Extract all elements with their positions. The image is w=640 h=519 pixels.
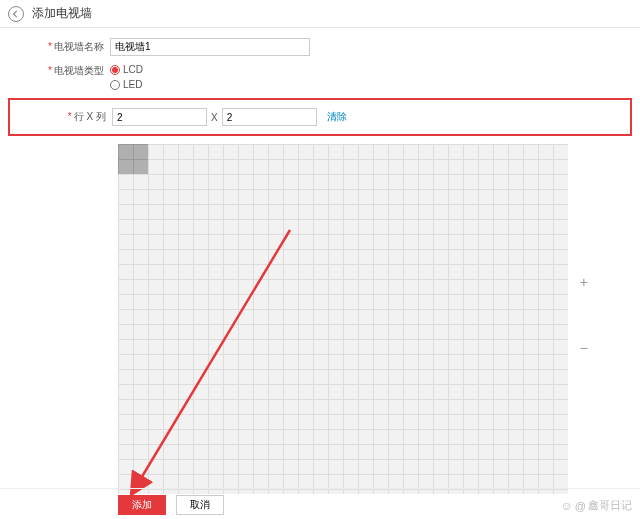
- clear-link[interactable]: 清除: [327, 110, 347, 124]
- zoom-out-icon[interactable]: −: [580, 340, 588, 356]
- x-separator: X: [211, 112, 218, 123]
- name-label: 电视墙名称: [40, 40, 110, 54]
- type-label: 电视墙类型: [40, 64, 110, 78]
- watermark-icon: ☺: [561, 499, 573, 513]
- grid-size-row: 行 X 列 X 清除: [8, 98, 632, 136]
- radio-led[interactable]: LED: [110, 79, 143, 90]
- radio-lcd[interactable]: LCD: [110, 64, 143, 75]
- add-button[interactable]: 添加: [118, 495, 166, 515]
- cancel-button[interactable]: 取消: [176, 495, 224, 515]
- radio-lcd-input[interactable]: [110, 65, 120, 75]
- zoom-in-icon[interactable]: +: [580, 274, 588, 290]
- rows-input[interactable]: [112, 108, 207, 126]
- watermark-text: 鑫哥日记: [588, 498, 632, 513]
- page-title: 添加电视墙: [32, 5, 92, 22]
- watermark: ☺ @鑫哥日记: [561, 498, 632, 513]
- grid-selected-block[interactable]: [118, 144, 148, 174]
- cols-input[interactable]: [222, 108, 317, 126]
- grid-label: 行 X 列: [10, 110, 112, 124]
- back-icon[interactable]: [8, 6, 24, 22]
- radio-lcd-label: LCD: [123, 64, 143, 75]
- name-input[interactable]: [110, 38, 310, 56]
- radio-led-input[interactable]: [110, 80, 120, 90]
- grid-canvas[interactable]: + −: [118, 144, 568, 494]
- radio-led-label: LED: [123, 79, 142, 90]
